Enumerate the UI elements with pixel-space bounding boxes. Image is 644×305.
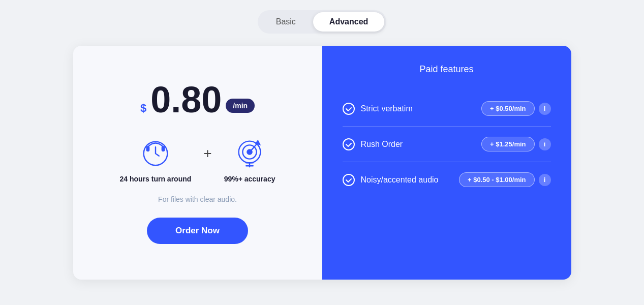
clock-icon-container (138, 134, 173, 170)
checkmark-svg (345, 105, 352, 112)
price-amount: 0.80 (150, 81, 222, 118)
feature-row: Noisy/accented audio + $0.50 - $1.00/min… (343, 162, 551, 197)
check-icon (343, 103, 355, 115)
feature-row: Rush Order + $1.25/min i (343, 127, 551, 162)
feature-row-left: Strict verbatim (343, 103, 413, 115)
checkmark-svg (345, 176, 352, 184)
price-section: $ 0.80 /min (140, 81, 255, 118)
right-panel: Paid features Strict verbatim + $0.50/mi… (322, 46, 571, 280)
feature-row-right: + $0.50/min i (481, 101, 550, 116)
left-panel: $ 0.80 /min (73, 46, 322, 280)
check-icon (343, 174, 355, 186)
feature-price-pill: + $0.50 - $1.00/min (459, 172, 535, 187)
main-card: $ 0.80 /min (73, 46, 571, 280)
info-button[interactable]: i (539, 103, 551, 115)
feature-name: Rush Order (361, 140, 403, 149)
tab-basic[interactable]: Basic (260, 12, 312, 32)
tab-advanced[interactable]: Advanced (313, 12, 384, 32)
info-button[interactable]: i (539, 174, 551, 186)
info-button[interactable]: i (539, 138, 551, 150)
feature-row-right: + $1.25/min i (481, 137, 550, 151)
check-icon (343, 138, 355, 150)
features-list: Strict verbatim + $0.50/min i Rush Order… (343, 91, 551, 197)
feature-row-right: + $0.50 - $1.00/min i (459, 172, 551, 187)
feature-name: Noisy/accented audio (361, 175, 439, 185)
feature2-label: 99%+ accuracy (224, 175, 275, 183)
price-dollar: $ (140, 103, 146, 114)
features-icons: 24 hours turn around + (120, 134, 275, 183)
price-unit-badge: /min (226, 99, 255, 113)
feature-turnaround: 24 hours turn around (120, 134, 192, 183)
clock-icon (138, 135, 173, 169)
feature-price-pill: + $1.25/min (481, 137, 534, 151)
paid-features-title: Paid features (343, 64, 551, 75)
feature1-label: 24 hours turn around (120, 175, 192, 183)
target-icon (232, 135, 267, 169)
feature-row-left: Noisy/accented audio (343, 174, 439, 186)
feature-price-pill: + $0.50/min (481, 101, 534, 116)
plus-separator: + (203, 145, 211, 162)
svg-rect-1 (146, 146, 149, 151)
feature-accuracy: 99%+ accuracy (224, 134, 275, 183)
order-now-button[interactable]: Order Now (147, 218, 248, 244)
subtitle-text: For files with clear audio. (158, 195, 237, 203)
feature-row-left: Rush Order (343, 138, 403, 150)
feature-name: Strict verbatim (361, 104, 413, 113)
feature-row: Strict verbatim + $0.50/min i (343, 91, 551, 127)
tab-switcher: Basic Advanced (258, 10, 387, 34)
checkmark-svg (345, 141, 352, 148)
target-icon-container (232, 134, 267, 170)
svg-rect-2 (162, 146, 165, 151)
